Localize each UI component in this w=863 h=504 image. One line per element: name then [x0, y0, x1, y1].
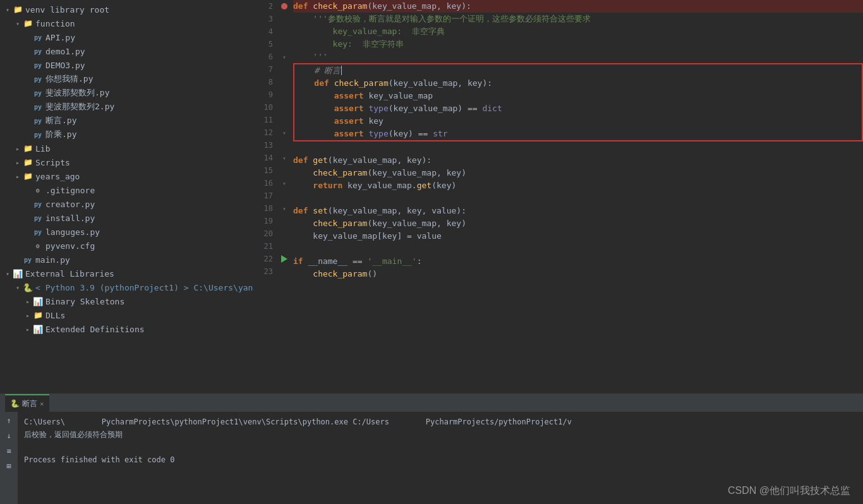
bp-19 — [278, 215, 291, 227]
py-icon-creator: py — [33, 199, 43, 209]
sidebar-label-scripts: Scripts — [35, 158, 70, 167]
breakpoint-dot-2 — [281, 3, 287, 9]
run-arrow-22 — [281, 255, 287, 263]
code-lines[interactable]: def check_param(key_value_map, key): '''… — [291, 0, 863, 393]
tree-arrow-extdefs — [23, 324, 33, 334]
ln-22: 22 — [253, 253, 273, 265]
lib-icon-extdefs: 📊 — [33, 324, 43, 334]
sidebar-item-jcheng[interactable]: py 阶乘.py — [0, 128, 253, 141]
panel-tab-close[interactable]: × — [40, 400, 44, 408]
sidebar-label-extdefs: Extended Definitions — [45, 325, 145, 334]
ln-17: 17 — [253, 189, 273, 202]
py-icon-api: py — [33, 32, 43, 42]
sidebar-label-creator: creator.py — [45, 200, 95, 209]
sidebar-item-nxwc[interactable]: py 你想我猜.py — [0, 72, 253, 86]
panel-btn-menu[interactable]: ≡ — [3, 445, 15, 457]
ln-11: 11 — [253, 114, 273, 126]
sidebar-item-demo1[interactable]: py demo1.py — [0, 44, 253, 58]
terminal-line-1: C:\Users\ PycharmProjects\pythonProject1… — [24, 416, 857, 428]
tree-arrow-years — [13, 171, 23, 181]
panel-btn-down[interactable]: ↓ — [3, 429, 15, 442]
bp-7 — [278, 63, 291, 76]
panel-body: ↑ ↓ ≡ ⊞ C:\Users\ PycharmProjects\python… — [0, 412, 863, 504]
py-icon-languges: py — [33, 227, 43, 237]
terminal-line-3 — [24, 441, 857, 453]
ln-2: 2 — [253, 0, 273, 13]
bp-13 — [278, 139, 291, 152]
sidebar-item-install[interactable]: py install.py — [0, 211, 253, 225]
bp-12[interactable]: ▾ — [278, 126, 291, 139]
ln-8: 8 — [253, 76, 273, 88]
folder-icon-venv: 📁 — [13, 4, 23, 15]
bottom-panel: 🐍 断言 × ↑ ↓ ≡ ⊞ C:\Users\ PycharmProjects… — [0, 393, 863, 504]
sidebar-label-demo1: demo1.py — [45, 47, 85, 56]
ln-14: 14 — [253, 152, 273, 164]
code-line-23: check_param() — [293, 268, 863, 280]
bp-20 — [278, 227, 291, 240]
ln-15: 15 — [253, 164, 273, 177]
py-icon-demo1: py — [33, 46, 43, 56]
bp-16[interactable]: ▾ — [278, 177, 291, 189]
sidebar-item-binskel[interactable]: 📊 Binary Skeletons — [0, 294, 253, 308]
sidebar-item-extdefs[interactable]: 📊 Extended Definitions — [0, 322, 253, 336]
py-icon-dyan: py — [33, 116, 43, 126]
sidebar-item-main[interactable]: py main.py — [0, 253, 253, 267]
py-icon-demo3: py — [33, 60, 43, 70]
py-icon-fbq2: py — [33, 102, 43, 112]
panel-left-buttons: ↑ ↓ ≡ ⊞ — [0, 412, 18, 504]
ln-10: 10 — [253, 101, 273, 114]
bp-8 — [278, 76, 291, 88]
sidebar-label-install: install.py — [45, 213, 95, 223]
sidebar-item-fbq1[interactable]: py 斐波那契数列.py — [0, 86, 253, 100]
cfg-icon-pyvenv: ⚙ — [33, 241, 43, 251]
bp-14[interactable]: ▾ — [278, 152, 291, 164]
py-icon-fbq1: py — [33, 88, 43, 98]
panel-tab-label: 断言 — [22, 399, 37, 409]
code-line-6: ''' — [293, 51, 863, 63]
sidebar-item-dlls[interactable]: 📁 DLLs — [0, 308, 253, 322]
bp-4 — [278, 25, 291, 38]
sidebar-label-nxwc: 你想我猜.py — [45, 73, 93, 85]
sidebar-item-years[interactable]: 📁 years_ago — [0, 169, 253, 183]
ln-7: 7 — [253, 63, 273, 76]
sidebar-label-gitignore: .gitignore — [45, 186, 95, 195]
py-icon-main: py — [23, 255, 33, 265]
sidebar-item-api[interactable]: py API.py — [0, 30, 253, 44]
sidebar-item-dyan[interactable]: py 断言.py — [0, 114, 253, 128]
code-line-4: key_value_map: 非空字典 — [293, 25, 863, 38]
bp-6[interactable]: ▾ — [278, 51, 291, 63]
tree-arrow-binskel — [23, 296, 33, 306]
tree-arrow-lib — [13, 143, 23, 153]
sidebar-item-venv[interactable]: 📁 venv library root — [0, 3, 253, 16]
line-numbers: 2 3 4 5 6 7 8 9 10 11 12 13 14 15 16 17 … — [253, 0, 278, 393]
panel-btn-grid[interactable]: ⊞ — [3, 460, 15, 472]
sidebar-item-fbq2[interactable]: py 斐波那契数列2.py — [0, 100, 253, 114]
sidebar-item-extlib[interactable]: 📊 External Libraries — [0, 267, 253, 280]
sidebar-item-python39[interactable]: 🐍 < Python 3.9 (pythonProject1) > C:\Use… — [0, 280, 253, 294]
tree-arrow-extlib — [3, 268, 13, 279]
sidebar-item-function[interactable]: 📁 function — [0, 16, 253, 30]
bp-18[interactable]: ▾ — [278, 202, 291, 215]
editor-content[interactable]: 2 3 4 5 6 7 8 9 10 11 12 13 14 15 16 17 … — [253, 0, 863, 393]
breakpoint-col: ▾ ▾ ▾ ▾ — [278, 0, 291, 393]
code-line-14: def get(key_value_map, key): — [293, 154, 863, 167]
ln-21: 21 — [253, 240, 273, 253]
sidebar-item-demo3[interactable]: py DEMO3.py — [0, 58, 253, 72]
bp-23 — [278, 265, 291, 278]
sidebar-item-gitignore[interactable]: ⚙ .gitignore — [0, 183, 253, 197]
panel-btn-up[interactable]: ↑ — [3, 414, 15, 427]
sidebar-item-languges[interactable]: py languges.py — [0, 225, 253, 239]
sidebar-label-years: years_ago — [35, 172, 80, 181]
sidebar-label-binskel: Binary Skeletons — [45, 297, 124, 306]
bp-2[interactable] — [278, 0, 291, 13]
sidebar-item-pyvenv[interactable]: ⚙ pyvenv.cfg — [0, 239, 253, 253]
sidebar-item-lib[interactable]: 📁 Lib — [0, 141, 253, 155]
bp-17 — [278, 189, 291, 202]
panel-tabs: 🐍 断言 × — [0, 394, 863, 412]
sidebar-item-scripts[interactable]: 📁 Scripts — [0, 155, 253, 169]
code-line-16: return key_value_map.get(key) — [293, 179, 863, 192]
panel-tab-dyan[interactable]: 🐍 断言 × — [5, 394, 49, 412]
sidebar-label-function: function — [35, 19, 75, 28]
sidebar-item-creator[interactable]: py creator.py — [0, 197, 253, 211]
tree-arrow-scripts — [13, 157, 23, 167]
